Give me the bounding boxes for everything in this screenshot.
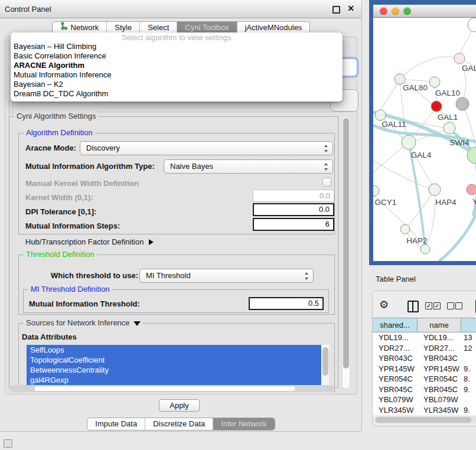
table-cell: YDL19... [373,332,418,343]
settings-scrollbar-thumb[interactable] [343,118,349,369]
data-attributes-list[interactable]: SelfLoopsTopologicalCoefficientBetweenne… [27,345,329,389]
columns-icon[interactable] [407,301,419,312]
tab-jactivemnodules[interactable]: jActiveMNodules [237,22,310,34]
table-cell: YBR045C [418,384,461,395]
tab-select[interactable]: Select [139,22,177,34]
node-label-gal4: GAL4 [411,151,432,159]
node-label-hap2: HAP2 [406,236,427,245]
list-scrollbar[interactable] [322,346,329,385]
table-cell: YDR27... [418,343,461,354]
aracne-mode-combo[interactable]: Discovery [80,141,333,155]
hidden-group-edge [9,100,9,116]
column-header-shared[interactable]: shared... [373,318,418,332]
close-icon[interactable]: ✕ [347,4,354,12]
data-attributes-label: Data Attributes [22,332,77,341]
dropdown-option-bayesian-k2[interactable]: Bayesian – K2 [11,80,343,89]
tab-infer-network[interactable]: Infer Network [213,418,274,430]
tab-style[interactable]: Style [106,22,139,34]
mi-algorithm-type-combo[interactable]: Naive Bayes [164,159,333,174]
table-hscrollbar-thumb[interactable] [376,417,471,423]
table-cell: YPR145W [418,364,461,374]
dock-panel-icon[interactable] [4,439,12,448]
attribute-item-gal4rgexp[interactable]: gal4RGexp [27,375,321,385]
attribute-item-betweennesscentrality[interactable]: BetweennessCentrality [27,365,321,375]
mi-steps-field[interactable]: 6 [253,218,334,231]
list-scrollbar-thumb[interactable] [322,347,328,376]
node-label-gcy1: GCY1 [375,198,397,207]
tab-cyni-toolbox[interactable]: Cyni Toolbox [177,22,236,34]
network-edge-strong [439,214,476,261]
network-node[interactable] [456,97,469,110]
network-node[interactable] [420,244,430,254]
network-node-gcy1[interactable] [373,185,379,196]
tab-network[interactable]: Network [53,22,107,34]
minimize-window-icon[interactable] [392,7,399,15]
network-graph[interactable]: GALGAL80GAL10GAL1GAL11SWI4GAL4GCY1HAP4YH… [373,18,476,261]
select-all-icon-1[interactable]: ✓ [425,302,432,309]
deselect-all-icon-1[interactable] [447,302,454,309]
network-node-y[interactable] [467,184,476,195]
settings-hscrollbar-thumb[interactable] [34,386,296,392]
manual-kernel-checkbox[interactable] [322,178,331,187]
network-node-gal10[interactable] [429,77,440,87]
dropdown-option-basic-correlation-inference[interactable]: Basic Correlation Inference [11,51,343,61]
hub-definition-expander[interactable]: Hub/Transcription Factor Definition [25,237,154,246]
dropdown-placeholder: Select algorithm to view settings [11,32,343,42]
close-window-icon[interactable] [380,7,387,15]
sources-title: Sources for Network Inference [24,318,143,327]
network-node-gal11[interactable] [375,110,386,120]
kernel-width-field[interactable]: 0.0 [253,190,334,202]
network-node-hap2[interactable] [400,224,410,234]
settings-vertical-scrollbar[interactable] [342,116,350,389]
deselect-all-icon-2[interactable] [455,302,462,309]
dropdown-option-dream8-dc-tdc-algorithm[interactable]: Dream8 DC_TDC Algorithm [11,89,343,99]
zoom-window-icon[interactable] [403,7,411,15]
which-threshold-value: MI Threshold [146,271,191,280]
table-panel-title: Table Panel [376,275,416,283]
network-node-gal4[interactable] [402,135,416,149]
table-horizontal-scrollbar[interactable] [374,416,476,423]
which-threshold-combo[interactable]: MI Threshold [139,269,314,283]
tab-impute-data[interactable]: Impute Data [87,418,145,430]
table-row[interactable]: YDL19...YDL19...13 [373,332,476,343]
cyni-algorithm-settings-title: Cyni Algorithm Settings [14,112,98,120]
network-node[interactable] [468,18,476,32]
dropdown-option-bayesian-hill-climbing[interactable]: Bayesian – Hill Climbing [11,42,343,51]
table-row[interactable]: YDR27...YDR27...12 [373,343,476,354]
table-row[interactable]: YPR145WYPR145W9. [373,364,476,374]
network-node-gal1[interactable] [444,122,455,134]
dropdown-option-mutual-information-inference[interactable]: Mutual Information Inference [11,70,343,80]
network-canvas[interactable]: GALGAL80GAL10GAL1GAL11SWI4GAL4GCY1HAP4YH… [373,18,476,261]
select-all-icon-2[interactable]: ✓ [433,302,441,309]
table-row[interactable]: YER054CYER054C8. [373,374,476,384]
collapse-down-icon[interactable] [133,321,141,326]
table-row[interactable]: YBR045CYBR045C9. [373,384,476,395]
table-row[interactable]: YBR043CYBR043C [373,353,476,364]
attribute-item-topologicalcoefficient[interactable]: TopologicalCoefficient [27,355,321,365]
table-row[interactable]: YLR345WYLR345W9. [373,405,476,416]
dpi-tolerance-field[interactable]: 0.0 [253,203,334,216]
dpi-tolerance-label: DPI Tolerance [0,1]: [25,207,96,216]
apply-button[interactable]: Apply [159,399,200,412]
settings-horizontal-scrollbar[interactable] [10,385,335,392]
attribute-item-selfloops[interactable]: SelfLoops [27,345,321,355]
combo-arrows-icon [304,272,309,280]
column-header-2[interactable] [461,318,476,332]
network-node-gal[interactable] [454,53,465,64]
mi-threshold-field[interactable]: 0.5 [249,297,324,310]
which-threshold-label: Which threshold to use: [51,271,138,280]
network-node-hap4[interactable] [429,184,441,195]
gear-icon[interactable]: ⚙ [379,299,389,311]
table-toolbar: ⚙ ✓ ✓ [379,301,476,312]
control-panel-titlebar: Control Panel ✕ [0,0,361,18]
dropdown-option-aracne-algorithm[interactable]: ARACNE Algorithm [11,61,343,70]
algorithm-definition-title: Algorithm Definition [24,128,95,137]
float-window-icon[interactable] [332,6,340,14]
column-header-name[interactable]: name [418,318,461,332]
sources-title-text: Sources for Network Inference [26,318,130,327]
combo-arrows-icon [323,163,328,171]
tab-discretize-data[interactable]: Discretize Data [145,418,213,430]
table-row[interactable]: YBL079WYBL079W [373,394,476,405]
table-cell: YBR043C [373,353,418,364]
network-node[interactable] [431,101,442,112]
